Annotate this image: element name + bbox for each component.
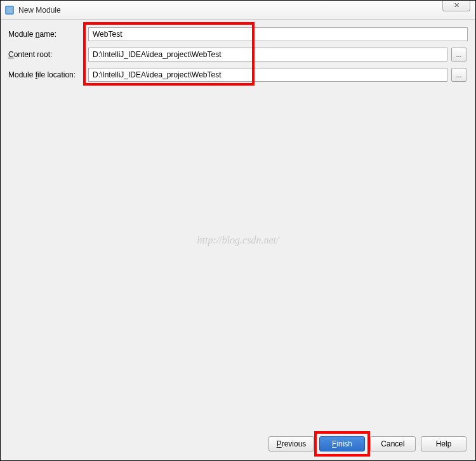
- ellipsis-icon: ...: [456, 71, 461, 79]
- form-area: Module name: Content root: ... Module fi…: [8, 27, 468, 82]
- ellipsis-icon: ...: [456, 51, 461, 58]
- close-button[interactable]: ✕: [442, 0, 470, 11]
- module-name-label: Module name:: [8, 30, 84, 39]
- module-file-location-label: Module file location:: [8, 70, 84, 79]
- close-icon: ✕: [454, 1, 459, 10]
- browse-module-file-button[interactable]: ...: [451, 68, 466, 82]
- previous-button[interactable]: Previous: [268, 436, 314, 451]
- window-title: New Module: [18, 6, 61, 15]
- browse-content-root-button[interactable]: ...: [451, 48, 466, 62]
- app-icon: [4, 5, 15, 15]
- module-name-input[interactable]: [88, 27, 468, 41]
- watermark-text: http://blog.csdn.net/: [197, 235, 279, 246]
- help-button[interactable]: Help: [421, 436, 466, 451]
- content-root-input[interactable]: [88, 48, 447, 62]
- cancel-button[interactable]: Cancel: [370, 436, 416, 451]
- titlebar: New Module ✕: [1, 1, 475, 20]
- dialog-content: Module name: Content root: ... Module fi…: [1, 20, 475, 460]
- content-root-label: Content root:: [8, 50, 84, 59]
- finish-button[interactable]: Finish: [319, 436, 365, 451]
- button-bar: Previous Finish Cancel Help: [268, 436, 466, 451]
- module-file-location-input[interactable]: [88, 68, 447, 82]
- svg-rect-1: [6, 7, 13, 13]
